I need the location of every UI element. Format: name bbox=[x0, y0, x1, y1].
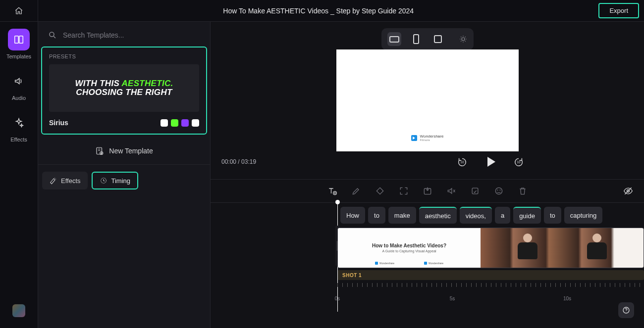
time-axis: 0s5s10s bbox=[337, 296, 644, 303]
preset-thumbnail: WITH THIS AESTHETIC. CHOOSING THE RIGHT bbox=[49, 64, 199, 112]
swatch-1[interactable] bbox=[161, 119, 168, 127]
landscape-icon bbox=[389, 36, 399, 43]
svg-point-6 bbox=[462, 38, 465, 41]
preset-text-line2: CHOOSING THE RIGHT bbox=[76, 88, 172, 97]
presets-header: PRESETS bbox=[49, 53, 199, 59]
rail-label-templates: Templates bbox=[6, 53, 31, 59]
delete-icon[interactable] bbox=[518, 186, 528, 196]
caption-word[interactable]: guide bbox=[513, 207, 541, 224]
aspect-portrait[interactable] bbox=[409, 32, 423, 46]
home-button[interactable] bbox=[0, 0, 38, 22]
help-icon bbox=[622, 306, 630, 314]
rail-item-templates[interactable]: Templates bbox=[6, 29, 31, 59]
aspect-ratio-group bbox=[381, 28, 474, 50]
forward-10-icon[interactable]: 10 bbox=[513, 156, 524, 167]
clip1-subtitle: A Guide to Capturing Visual Appeal bbox=[382, 249, 436, 253]
aspect-square[interactable] bbox=[431, 32, 445, 46]
shot-label[interactable]: SHOT 1 bbox=[337, 270, 644, 280]
caption-word[interactable]: How bbox=[340, 207, 365, 224]
rail-label-effects: Effects bbox=[10, 137, 27, 142]
swatch-2[interactable] bbox=[171, 119, 178, 127]
time-tick: 0s bbox=[335, 296, 340, 301]
play-button[interactable] bbox=[487, 157, 495, 167]
hide-icon[interactable] bbox=[623, 186, 633, 196]
expand-icon[interactable] bbox=[399, 186, 409, 196]
watermark-icon bbox=[411, 135, 417, 141]
timeline-ruler[interactable] bbox=[337, 281, 644, 289]
clip-segment-1[interactable]: How to Make Aesthetic Videos? A Guide to… bbox=[338, 228, 481, 268]
timecode: 00:00 / 03:19 bbox=[221, 158, 271, 165]
aspect-ratio-row bbox=[211, 22, 644, 49]
new-template-label: New Template bbox=[109, 147, 153, 155]
emoji-icon[interactable] bbox=[494, 186, 504, 196]
caption-word[interactable]: make bbox=[388, 207, 416, 224]
search-icon bbox=[48, 31, 57, 40]
caption-word[interactable]: to bbox=[544, 207, 561, 224]
audio-icon bbox=[13, 76, 24, 87]
swatch-3[interactable] bbox=[181, 119, 189, 127]
clip-thumbnail-frame bbox=[513, 231, 542, 265]
preset-swatches bbox=[161, 119, 199, 127]
svg-point-17 bbox=[626, 312, 627, 312]
templates-icon bbox=[13, 34, 24, 45]
time-tick: 10s bbox=[563, 296, 571, 301]
preview-canvas[interactable]: Wondershare Filmora bbox=[336, 49, 519, 151]
timeline-toolbar bbox=[211, 179, 644, 203]
svg-text:10: 10 bbox=[460, 160, 464, 164]
caption-word[interactable]: to bbox=[368, 207, 385, 224]
preview-area: Wondershare Filmora 00:00 / 03:19 10 10 bbox=[211, 22, 644, 179]
swatch-4[interactable] bbox=[192, 119, 199, 127]
caption-word[interactable]: aesthetic bbox=[419, 207, 457, 224]
preset-name: Sirius bbox=[49, 119, 68, 127]
clip-segment-2[interactable] bbox=[481, 228, 644, 268]
tab-timing-label: Timing bbox=[111, 177, 131, 185]
aspect-landscape[interactable] bbox=[387, 32, 401, 46]
preset-card[interactable]: PRESETS WITH THIS AESTHETIC. CHOOSING TH… bbox=[41, 47, 207, 135]
caption-word[interactable]: videos, bbox=[460, 207, 492, 224]
rewind-10-icon[interactable]: 10 bbox=[457, 156, 468, 167]
volume-icon[interactable] bbox=[446, 186, 456, 196]
watermark-brand: Wondershare bbox=[420, 135, 444, 139]
caption-word[interactable]: capturing bbox=[564, 207, 602, 224]
side-panel: PRESETS WITH THIS AESTHETIC. CHOOSING TH… bbox=[38, 22, 211, 328]
shot-label-text: SHOT 1 bbox=[342, 273, 362, 278]
time-tick: 5s bbox=[450, 296, 455, 301]
new-template-button[interactable]: New Template bbox=[38, 135, 210, 165]
rail-item-effects[interactable]: Effects bbox=[8, 112, 30, 142]
timeline: Howtomakeaestheticvideos,aguidetocapturi… bbox=[211, 203, 644, 328]
svg-point-12 bbox=[495, 187, 502, 194]
tab-effects[interactable]: Effects bbox=[42, 172, 88, 189]
watermark-product: Filmora bbox=[420, 139, 444, 141]
add-text-icon[interactable] bbox=[327, 186, 337, 196]
brightness-icon[interactable] bbox=[459, 35, 468, 44]
crop-icon[interactable] bbox=[470, 186, 480, 196]
export-button[interactable]: Export bbox=[598, 3, 639, 18]
top-bar: How To Make AESTHETIC Videos _ Step by S… bbox=[0, 0, 644, 22]
project-title: How To Make AESTHETIC Videos _ Step by S… bbox=[38, 7, 598, 15]
svg-rect-11 bbox=[472, 188, 478, 194]
tab-timing[interactable]: Timing bbox=[92, 172, 139, 189]
svg-text:10: 10 bbox=[517, 160, 521, 164]
svg-point-2 bbox=[50, 32, 54, 37]
sparkle-icon bbox=[13, 117, 24, 128]
edit-icon[interactable] bbox=[351, 186, 361, 196]
square-icon bbox=[434, 35, 442, 43]
watermark: Wondershare Filmora bbox=[411, 135, 444, 141]
user-avatar[interactable] bbox=[12, 304, 25, 317]
svg-rect-0 bbox=[15, 36, 18, 44]
main-area: Wondershare Filmora 00:00 / 03:19 10 10 bbox=[211, 22, 644, 328]
import-icon[interactable] bbox=[423, 186, 432, 196]
svg-point-14 bbox=[500, 190, 500, 190]
svg-point-13 bbox=[497, 190, 498, 190]
search-input[interactable] bbox=[63, 31, 200, 39]
diamond-icon[interactable] bbox=[375, 186, 385, 196]
rail-item-audio[interactable]: Audio bbox=[8, 70, 30, 101]
video-clip-track[interactable]: How to Make Aesthetic Videos? A Guide to… bbox=[337, 228, 644, 268]
panel-tabs: Effects Timing bbox=[38, 165, 210, 196]
effects-tab-icon bbox=[49, 177, 57, 185]
workspace: Templates Audio Effects PRESETS WITH THI bbox=[0, 22, 644, 328]
caption-word[interactable]: a bbox=[495, 207, 510, 224]
tab-effects-label: Effects bbox=[61, 177, 81, 185]
help-button[interactable] bbox=[618, 302, 634, 318]
home-icon bbox=[14, 6, 23, 15]
